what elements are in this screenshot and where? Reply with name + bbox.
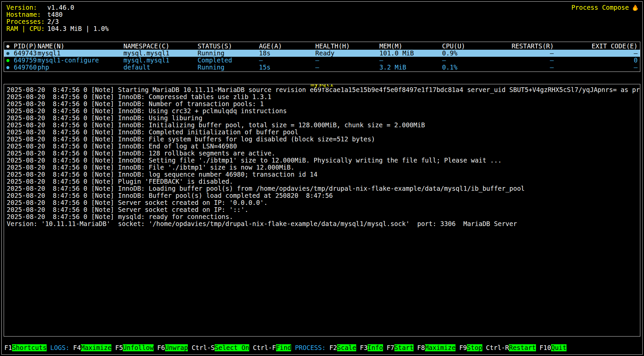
footer-shortcut[interactable]: Ctrl-SSelect On [192,344,249,351]
shortcut-key: F3 [360,344,368,351]
footer-shortcut[interactable]: Ctrl-RRestart [486,344,536,351]
status-dot-icon: ● [6,43,14,50]
cell-status: Running [198,64,259,71]
cell-name: mysql1 [38,50,123,57]
shortcut-key: Ctrl-F [253,344,276,351]
log-line: 2025-08-20 8:47:56 0 [Note] Server socke… [7,199,637,206]
footer-shortcut[interactable]: F4Maximize [73,344,111,351]
shortcut-key: F7 [387,344,394,351]
shortcut-key: F5 [115,344,123,351]
log-line: 2025-08-20 8:47:56 0 [Note] InnoDB: Usin… [7,115,637,122]
process-row[interactable]: ● 649760 php default Running 15s – 3.2 M… [4,64,640,71]
column-header-age: AGE(A) [259,43,315,50]
log-line: 2025-08-20 8:47:56 0 [Note] InnoDB: Comp… [7,93,637,100]
shortcut-key: F9 [459,344,467,351]
shortcut-key: Ctrl-R [486,344,509,351]
cell-cpu: 0.9% [442,50,502,57]
table-header-row: ● PID(P) NAME(N) NAMESPACE(C) STATUS(S) … [4,43,640,50]
footer-shortcut[interactable]: F5Unfollow [115,344,153,351]
shortcut-label: Scale [337,344,356,351]
system-stats: Version:v1.46.0 Hostname:t480 Processes:… [6,4,109,32]
log-line: 2025-08-20 8:47:56 0 [Note] Plugin 'FEED… [7,178,637,185]
shortcut-key: Ctrl-S [192,344,215,351]
footer-shortcut[interactable]: F7Start [387,344,414,351]
cell-name: php [38,64,123,71]
log-line: 2025-08-20 8:47:56 0 [Note] InnoDB: Usin… [7,107,637,115]
status-dot-icon: ● [6,57,14,64]
footer-shortcut[interactable]: F10Quit [540,344,567,351]
process-row[interactable]: ● 649743 mysql1 mysql.mysql1 Running 18s… [4,50,640,57]
log-panel[interactable]: mysql1 2025-08-20 8:47:56 0 [Note] Start… [4,84,640,337]
log-line: 2025-08-20 8:47:56 0 [Note] InnoDB: Load… [7,185,637,192]
footer-shortcut[interactable]: F2Scale [329,344,356,351]
cell-status: Running [198,50,259,57]
log-line: 2025-08-20 8:47:56 0 [Note] InnoDB: Numb… [7,100,637,107]
cell-age: – [259,57,315,64]
footer-shortcut[interactable]: Ctrl-FFind [253,344,291,351]
shortcut-key: F6 [157,344,165,351]
log-panel-title: mysql1 [310,84,334,88]
shortcut-label: Restart [509,344,536,351]
cell-health: – [315,64,379,71]
cell-age: 18s [259,50,315,57]
footer-shortcut-bar: F1ShortcutsLOGS:F4MaximizeF5UnfollowF6Un… [2,343,642,352]
version-value: v1.46.0 [47,4,74,11]
footer-shortcut[interactable]: F8Maximize [417,344,455,351]
ram-cpu-value: 104.3 MiB | 1.0% [47,25,109,32]
status-dot-icon: ● [6,50,14,57]
status-dot-icon: ● [6,64,14,71]
log-line: 2025-08-20 8:47:56 0 [Note] InnoDB: End … [7,143,637,150]
footer-shortcut[interactable]: F1Shortcuts [4,344,47,351]
log-line: 2025-08-20 8:47:56 0 [Note] InnoDB: Init… [7,122,637,129]
app-title-text: Process Compose [571,4,629,11]
log-line: 2025-08-20 8:47:56 0 [Note] mysqld: read… [7,213,637,220]
cell-exit-code: – [554,64,638,71]
column-header-pid: PID(P) [14,43,38,50]
column-header-status: STATUS(S) [198,43,259,50]
shortcut-key: F4 [73,344,81,351]
shortcut-label: Find [276,344,291,351]
cell-mem: 101.0 MiB [379,50,442,57]
log-lines: 2025-08-20 8:47:56 0 [Note] Starting Mar… [7,86,637,227]
process-rows: ● 649743 mysql1 mysql.mysql1 Running 18s… [4,50,640,71]
footer-shortcut[interactable]: F9Stop [459,344,482,351]
hostname-value: t480 [47,11,63,18]
log-line: 2025-08-20 8:47:56 0 [Note] InnoDB: 128 … [7,150,637,157]
cell-namespace: default [123,64,198,71]
log-line: 2025-08-20 8:47:56 0 [Note] InnoDB: Buff… [7,192,637,199]
footer-shortcut[interactable]: F6Unwrap [157,344,188,351]
processes-label: Processes: [6,18,47,25]
shortcut-label: Start [394,344,414,351]
shortcut-label: Shortcuts [12,344,47,351]
cell-cpu: – [442,57,502,64]
log-line: 2025-08-20 8:47:56 0 [Note] Server socke… [7,206,637,213]
shortcut-label: Maximize [425,344,456,351]
log-line: 2025-08-20 8:47:56 0 [Note] InnoDB: Comp… [7,129,637,136]
app-header: Version:v1.46.0 Hostname:t480 Processes:… [2,2,642,32]
processes-value: 2/3 [47,18,59,25]
cell-restarts: – [502,64,554,71]
column-header-restarts: RESTARTS(R) [502,43,554,50]
shortcut-label: Quit [551,344,567,351]
hostname-label: Hostname: [6,11,47,18]
footer-section-label: PROCESS: [295,344,326,351]
cell-pid: 649760 [14,64,38,71]
shortcut-label: Unfollow [123,344,154,351]
column-header-namespace: NAMESPACE(C) [123,43,198,50]
shortcut-key: F10 [540,344,551,351]
cell-status: Completed [198,57,259,64]
shortcut-label: Unwrap [165,344,188,351]
cell-exit-code: 0 [554,57,638,64]
cell-pid: 649743 [14,50,38,57]
cell-cpu: 0.1% [442,64,502,71]
process-table: ● PID(P) NAME(N) NAMESPACE(C) STATUS(S) … [4,42,640,72]
cell-namespace: mysql.mysql1 [123,50,198,57]
column-header-name: NAME(N) [38,43,123,50]
column-header-mem: MEM(M) [379,43,442,50]
footer-shortcut[interactable]: F3Info [360,344,383,351]
shortcut-label: Maximize [81,344,112,351]
process-row[interactable]: ● 649759 mysql1-configure mysql.mysql1 C… [4,57,640,64]
cell-mem: 3.2 MiB [379,64,442,71]
cell-age: 15s [259,64,315,71]
shortcut-label: Stop [467,344,482,351]
